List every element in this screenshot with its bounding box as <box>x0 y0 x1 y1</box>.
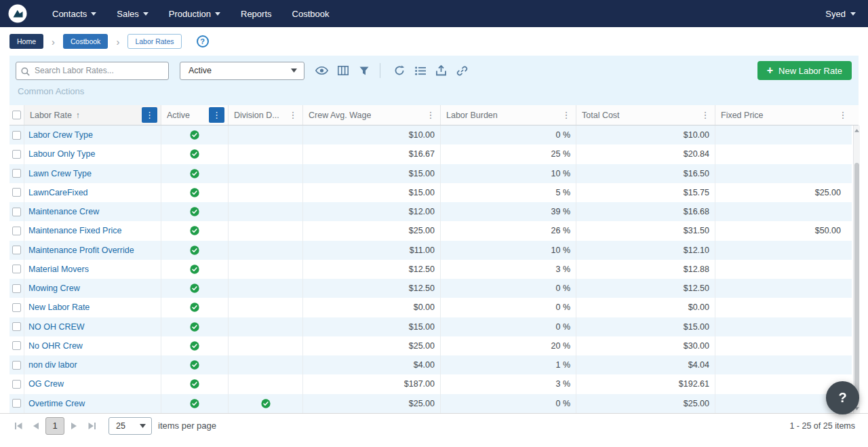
select-all-checkbox[interactable] <box>12 111 21 119</box>
fixed-price-cell: $25.00 <box>715 183 852 202</box>
column-header-labor-rate[interactable]: Labor Rate ↑ ⋮ <box>24 105 161 125</box>
table-row[interactable]: NO OH CREW $15.00 0 % $15.00 <box>9 317 852 336</box>
division-default-cell <box>229 317 303 336</box>
first-page-button[interactable] <box>9 417 27 435</box>
crew-avg-wage-cell: $25.00 <box>303 221 441 240</box>
nav-item-contacts[interactable]: Contacts <box>42 0 106 27</box>
table-row[interactable]: Labour Only Type $16.67 25 % $20.84 <box>9 144 852 163</box>
refresh-button[interactable] <box>391 62 408 79</box>
labor-rate-link[interactable]: LawnCareFixed <box>28 188 88 197</box>
nav-item-reports[interactable]: Reports <box>231 0 282 27</box>
row-checkbox[interactable] <box>12 341 21 350</box>
list-view-button[interactable] <box>412 62 429 79</box>
breadcrumb-labor-rates-button[interactable]: Labor Rates <box>127 34 181 49</box>
column-header-fixed-price[interactable]: Fixed Price ⋮ <box>715 105 859 125</box>
row-checkbox[interactable] <box>12 380 21 389</box>
export-button[interactable] <box>433 62 450 79</box>
table-row[interactable]: LawnCareFixed $15.00 5 % $15.75 $25.00 <box>9 183 852 202</box>
app-logo[interactable] <box>8 4 27 23</box>
nav-item-costbook[interactable]: Costbook <box>282 0 340 27</box>
row-checkbox[interactable] <box>12 227 21 235</box>
labor-rate-link[interactable]: New Labor Rate <box>28 303 90 312</box>
common-actions-menu[interactable]: Common Actions <box>18 86 84 96</box>
column-header-active[interactable]: Active ⋮ <box>161 105 229 125</box>
row-checkbox[interactable] <box>12 361 21 370</box>
table-row[interactable]: Material Movers $12.50 3 % $12.88 <box>9 260 852 279</box>
table-row[interactable]: Maintenance Fixed Price $25.00 26 % $31.… <box>9 221 852 240</box>
nav-item-sales[interactable]: Sales <box>106 0 159 27</box>
column-header-crew-avg-wage[interactable]: Crew Avg. Wage ⋮ <box>303 105 441 125</box>
next-page-button[interactable] <box>65 417 83 435</box>
row-checkbox-cell <box>9 221 24 240</box>
labor-rate-link[interactable]: NO OH CREW <box>28 322 85 332</box>
column-menu-button-labor-burden[interactable]: ⋮ <box>560 107 572 123</box>
labor-rate-link[interactable]: Maintenance Profit Override <box>28 246 134 255</box>
table-row[interactable]: Maintenance Profit Override $11.00 10 % … <box>9 241 852 260</box>
scroll-up-icon[interactable] <box>854 126 860 134</box>
table-row[interactable]: OG Crew $187.00 3 % $192.61 <box>9 374 852 393</box>
row-checkbox[interactable] <box>12 131 21 140</box>
new-labor-rate-label: New Labor Rate <box>778 66 842 76</box>
labor-rate-link[interactable]: Material Movers <box>28 265 89 274</box>
last-page-button[interactable] <box>83 417 100 435</box>
column-header-labor-burden[interactable]: Labor Burden ⋮ <box>441 105 576 125</box>
active-cell <box>161 183 229 202</box>
table-row[interactable]: Lawn Crew Type $15.00 10 % $16.50 <box>9 164 852 183</box>
status-filter-select[interactable]: Active <box>180 62 304 80</box>
labor-rate-link[interactable]: Maintenance Fixed Price <box>28 226 122 235</box>
search-input[interactable] <box>16 62 169 80</box>
view-toggle-button[interactable] <box>313 62 330 79</box>
table-row[interactable]: New Labor Rate $0.00 0 % $0.00 <box>9 298 852 317</box>
row-checkbox[interactable] <box>12 303 21 312</box>
row-checkbox[interactable] <box>12 208 21 216</box>
labor-rate-link[interactable]: OG Crew <box>28 379 64 389</box>
table-row[interactable]: Overtime Crew $25.00 0 % $25.00 <box>9 394 852 413</box>
column-menu-button-division-default[interactable]: ⋮ <box>287 107 299 123</box>
prev-page-button[interactable] <box>27 417 45 435</box>
row-checkbox[interactable] <box>12 188 21 197</box>
row-checkbox[interactable] <box>12 150 21 159</box>
column-menu-button-total-cost[interactable]: ⋮ <box>699 107 711 123</box>
labor-rate-link[interactable]: No OHR Crew <box>28 341 83 351</box>
labor-rate-link[interactable]: Overtime Crew <box>28 399 85 408</box>
column-menu-button-fixed-price[interactable]: ⋮ <box>837 107 849 123</box>
labor-rate-link[interactable]: Maintenance Crew <box>28 207 99 216</box>
new-labor-rate-button[interactable]: + New Labor Rate <box>757 61 852 80</box>
labor-rate-link[interactable]: Lawn Crew Type <box>28 169 92 178</box>
row-checkbox[interactable] <box>12 246 21 254</box>
column-menu-button-crew-avg-wage[interactable]: ⋮ <box>425 107 437 123</box>
labor-rate-link[interactable]: non div labor <box>28 360 77 370</box>
labor-rate-name-cell: No OHR Crew <box>24 336 161 355</box>
labor-rate-link[interactable]: Labour Only Type <box>28 149 95 159</box>
row-checkbox[interactable] <box>12 399 21 408</box>
column-menu-button-active[interactable]: ⋮ <box>209 107 224 123</box>
column-menu-button-labor-rate[interactable]: ⋮ <box>142 107 157 123</box>
division-default-cell <box>229 125 303 144</box>
vertical-scrollbar[interactable] <box>853 125 860 413</box>
labor-rate-link[interactable]: Labor Crew Type <box>28 130 93 140</box>
breadcrumb-costbook-button[interactable]: Costbook <box>63 34 108 49</box>
table-row[interactable]: No OHR Crew $25.00 20 % $30.00 <box>9 336 852 355</box>
row-checkbox[interactable] <box>12 284 21 293</box>
row-checkbox[interactable] <box>12 265 21 273</box>
page-size-select[interactable]: 25 <box>108 417 152 435</box>
row-checkbox[interactable] <box>12 322 21 331</box>
column-header-division-default[interactable]: Division D... ⋮ <box>229 105 303 125</box>
table-row[interactable]: Maintenance Crew $12.00 39 % $16.68 <box>9 202 852 221</box>
table-row[interactable]: Labor Crew Type $10.00 0 % $10.00 <box>9 125 852 144</box>
table-row[interactable]: Mowing Crew $12.50 0 % $12.50 <box>9 279 852 298</box>
link-button[interactable] <box>454 62 471 79</box>
column-header-total-cost[interactable]: Total Cost ⋮ <box>576 105 715 125</box>
user-menu[interactable]: Syed <box>825 9 856 19</box>
page-1-button[interactable]: 1 <box>45 417 64 435</box>
help-fab-button[interactable]: ? <box>826 381 859 414</box>
scrollbar-thumb[interactable] <box>854 163 859 400</box>
page-help-icon[interactable]: ? <box>197 35 209 47</box>
filter-button[interactable] <box>355 62 372 79</box>
labor-rate-link[interactable]: Mowing Crew <box>28 284 80 293</box>
row-checkbox[interactable] <box>12 169 21 178</box>
nav-item-production[interactable]: Production <box>159 0 231 27</box>
table-row[interactable]: non div labor $4.00 1 % $4.04 <box>9 355 852 374</box>
breadcrumb-home-button[interactable]: Home <box>9 34 43 49</box>
choose-columns-button[interactable] <box>334 62 351 79</box>
